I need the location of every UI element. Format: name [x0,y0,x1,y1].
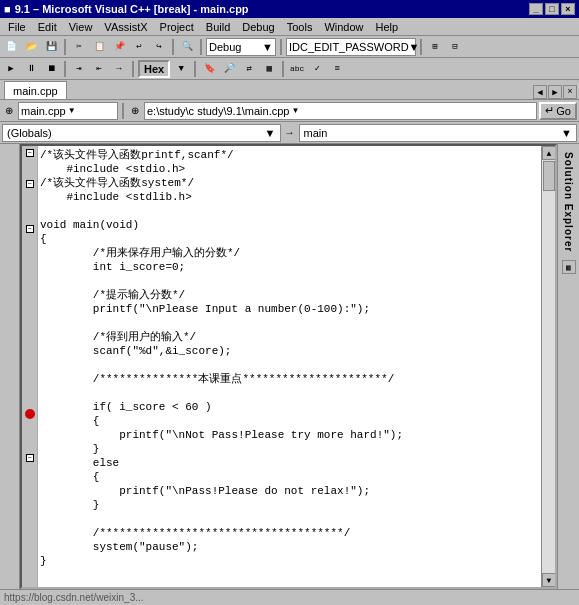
idc-arrow: ▼ [409,41,420,53]
run-button[interactable]: ▶ [2,60,20,78]
path-icon: ⊕ [128,104,142,118]
file-dropdown[interactable]: main.cpp ▼ [18,102,118,120]
abc-btn[interactable]: abc [288,60,306,78]
gi-5: − [22,225,37,239]
replace-btn[interactable]: ⇄ [240,60,258,78]
sep6 [64,61,66,77]
bookmark-btn[interactable]: 🔖 [200,60,218,78]
gi-4 [22,208,37,222]
menu-vassistx[interactable]: VAssistX [98,20,153,34]
main-arrow: ▼ [561,127,572,139]
menu-help[interactable]: Help [370,20,405,34]
find-btn[interactable]: 🔎 [220,60,238,78]
code-editor[interactable]: − − − [20,144,557,589]
menu-tools[interactable]: Tools [281,20,319,34]
close-button[interactable]: × [561,3,575,15]
tab-main-cpp[interactable]: main.cpp [4,81,67,99]
indent-btn[interactable]: ⇥ [70,60,88,78]
main-dropdown[interactable]: main ▼ [299,124,578,142]
code-line-13: /*得到用户的输入*/ [40,331,196,343]
menu-file[interactable]: File [2,20,32,34]
spell-btn[interactable]: ✓ [308,60,326,78]
gi-13 [22,337,37,351]
sep5 [420,39,422,55]
tab-close-button[interactable]: × [563,85,577,99]
debug-config-dropdown[interactable]: Debug ▼ [206,38,276,56]
app-icon: ■ [4,3,11,15]
col-btn[interactable]: ▦ [260,60,278,78]
code-line-2: /*该头文件导入函数system*/ [40,177,194,189]
sep7 [132,61,134,77]
scroll-up-button[interactable]: ▲ [542,146,556,160]
path-dropdown[interactable]: e:\study\c study\9.1\main.cpp ▼ [144,102,537,120]
code-line-14: scanf("%d",&i_score); [40,345,231,357]
search-button[interactable]: 🔍 [178,38,196,56]
go-icon: ↵ [545,104,554,117]
code-line-15 [40,359,47,371]
menu-debug[interactable]: Debug [236,20,280,34]
menu-build[interactable]: Build [200,20,236,34]
gi-21: − [22,454,37,468]
paste-button[interactable]: 📌 [110,38,128,56]
toolbar-btn-b[interactable]: ⊟ [446,38,464,56]
tab-next-button[interactable]: ▶ [548,85,562,99]
gi-14 [22,351,37,365]
save-button[interactable]: 💾 [42,38,60,56]
arrow-icon: → [285,127,295,138]
vertical-scrollbar[interactable]: ▲ ▼ [541,146,555,587]
code-line-28: system("pause"); [40,541,198,553]
code-line-18: if( i_score < 60 ) [40,401,212,413]
title-bar-buttons: _ □ × [529,3,575,15]
open-file-button[interactable]: 📂 [22,38,40,56]
status-text: https://blog.csdn.net/weixin_3... [4,592,144,603]
cut-button[interactable]: ✂ [70,38,88,56]
code-line-20: printf("\nNot Pass!Please try more hard!… [40,429,403,441]
stop-button[interactable]: ⏹ [42,60,60,78]
extra-btn[interactable]: ≡ [328,60,346,78]
gi-17 [22,393,37,407]
sep4 [280,39,282,55]
code-line-7: /*用来保存用户输入的分数*/ [40,247,240,259]
globals-arrow: ▼ [265,127,276,139]
menu-window[interactable]: Window [318,20,369,34]
redo-button[interactable]: ↪ [150,38,168,56]
tab-label-main-cpp: main.cpp [13,85,58,97]
scrollbar-thumb[interactable] [543,161,555,191]
code-line-8: int i_score=0; [40,261,185,273]
gi-10 [22,295,37,309]
code-line-10: /*提示输入分数*/ [40,289,185,301]
undo-button[interactable]: ↩ [130,38,148,56]
indent-btn2[interactable]: → [110,60,128,78]
tab-prev-button[interactable]: ◀ [533,85,547,99]
menu-view[interactable]: View [63,20,99,34]
editor-area: − − − [0,144,579,589]
copy-button[interactable]: 📋 [90,38,108,56]
idc-dropdown[interactable]: IDC_EDIT_PASSWORD ▼ [286,38,416,56]
gi-25 [22,510,37,524]
outdent-btn[interactable]: ⇤ [90,60,108,78]
pause-button[interactable]: ⏸ [22,60,40,78]
hex-options-btn[interactable]: ▼ [172,60,190,78]
menu-edit[interactable]: Edit [32,20,63,34]
context-bar: (Globals) ▼ → main ▼ [0,122,579,144]
grid-icon: ▦ [562,260,576,274]
code-line-27: /*************************************/ [40,527,350,539]
gi-15 [22,365,37,379]
solution-explorer-label: Solution Explorer [563,144,574,252]
sep9 [282,61,284,77]
sep1 [64,39,66,55]
gi-26 [22,524,37,538]
new-file-button[interactable]: 📄 [2,38,20,56]
maximize-button[interactable]: □ [545,3,559,15]
toolbar-btn-a[interactable]: ⊞ [426,38,444,56]
go-button[interactable]: ↵ Go [539,102,577,120]
hex-button[interactable]: Hex [138,60,170,78]
scroll-down-button[interactable]: ▼ [542,573,556,587]
code-line-3: #include <stdlib.h> [40,191,192,203]
menu-project[interactable]: Project [154,20,200,34]
path-label: e:\study\c study\9.1\main.cpp [147,105,289,117]
globals-dropdown[interactable]: (Globals) ▼ [2,124,281,142]
code-text-area[interactable]: /*该头文件导入函数printf,scanf*/ #include <stdio… [38,146,541,587]
minimize-button[interactable]: _ [529,3,543,15]
scrollbar-track[interactable] [542,160,555,573]
